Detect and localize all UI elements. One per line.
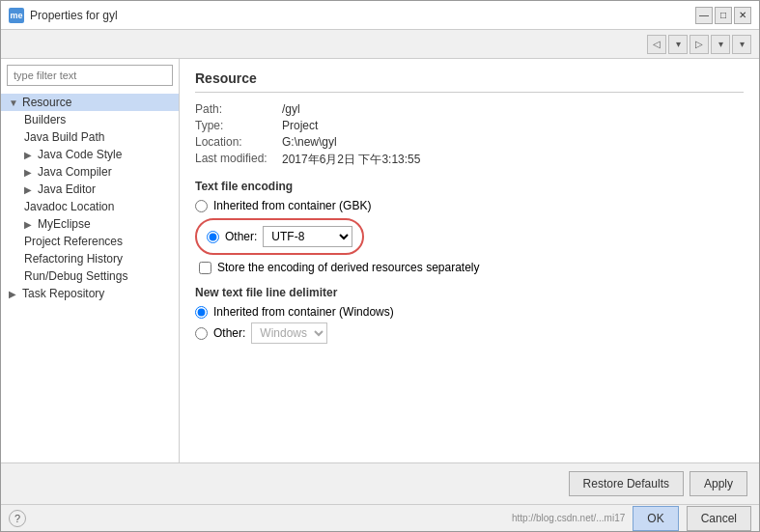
- window-controls: — □ ✕: [695, 7, 751, 24]
- sidebar-item-java-code-style[interactable]: ▶ Java Code Style: [1, 146, 179, 163]
- sidebar-item-label: Refactoring History: [24, 252, 123, 266]
- minimize-button[interactable]: —: [695, 7, 713, 24]
- line-delimiter-select[interactable]: Windows Unix Mac: [251, 322, 327, 344]
- sidebar-item-label: Java Build Path: [24, 130, 104, 144]
- store-encoding-checkbox[interactable]: [199, 262, 211, 274]
- sidebar-item-label: Resource: [22, 96, 71, 109]
- sidebar-item-resource[interactable]: ▼ Resource: [1, 94, 179, 111]
- help-button[interactable]: ?: [9, 510, 26, 527]
- location-row: Location: G:\new\gyl: [195, 135, 744, 149]
- location-value: G:\new\gyl: [282, 135, 337, 149]
- titlebar: me Properties for gyl — □ ✕: [1, 1, 759, 30]
- sidebar-item-label: Java Editor: [38, 182, 96, 196]
- path-row: Path: /gyl: [195, 102, 744, 116]
- bottom-bar-right: Restore Defaults Apply: [569, 471, 747, 496]
- type-row: Type: Project: [195, 119, 744, 132]
- sidebar-item-label: Java Code Style: [38, 148, 122, 161]
- sidebar-item-java-compiler[interactable]: ▶ Java Compiler: [1, 163, 179, 181]
- sidebar-item-javadoc-location[interactable]: Javadoc Location: [1, 198, 179, 215]
- main-content: ▼ Resource Builders Java Build Path ▶ Ja…: [1, 59, 759, 462]
- sidebar-item-label: Builders: [24, 113, 66, 126]
- expand-icon: ▶: [24, 219, 34, 230]
- sidebar: ▼ Resource Builders Java Build Path ▶ Ja…: [1, 59, 180, 462]
- sidebar-item-label: MyEclipse: [38, 217, 91, 231]
- path-value: /gyl: [282, 102, 300, 116]
- other-encoding-label: Other:: [225, 230, 257, 243]
- encoding-highlight: Other: UTF-8 GBK UTF-16 ISO-8859-1: [195, 218, 364, 255]
- close-button[interactable]: ✕: [734, 7, 751, 24]
- inherited-encoding-radio[interactable]: [195, 200, 208, 212]
- other-line-radio[interactable]: [195, 327, 208, 340]
- forward-dropdown[interactable]: ▾: [711, 35, 730, 54]
- modified-row: Last modified: 2017年6月2日 下午3:13:55: [195, 152, 744, 168]
- sidebar-item-label: Project References: [24, 235, 123, 248]
- expand-icon: ▶: [24, 167, 34, 178]
- sidebar-item-label: Run/Debug Settings: [24, 269, 127, 283]
- sidebar-item-task-repository[interactable]: ▶ Task Repository: [1, 285, 179, 302]
- modified-label: Last modified:: [195, 152, 282, 168]
- type-label: Type:: [195, 119, 282, 132]
- inherited-line-label: Inherited from container (Windows): [213, 305, 394, 319]
- sidebar-item-label: Java Compiler: [38, 165, 112, 179]
- encoding-section-title: Text file encoding: [195, 180, 744, 193]
- inherited-line-radio[interactable]: [195, 306, 208, 319]
- expand-icon: ▼: [9, 98, 18, 108]
- expand-icon: ▶: [24, 184, 34, 195]
- path-label: Path:: [195, 102, 282, 116]
- line-delimiter-section-title: New text file line delimiter: [195, 286, 744, 299]
- content-panel: Resource Path: /gyl Type: Project Locati…: [180, 59, 759, 462]
- cancel-button[interactable]: Cancel: [687, 506, 751, 531]
- filter-input[interactable]: [7, 65, 173, 86]
- inherited-encoding-row: Inherited from container (GBK): [195, 199, 744, 212]
- apply-button[interactable]: Apply: [690, 471, 747, 496]
- content-title: Resource: [195, 70, 744, 93]
- app-icon: me: [9, 8, 24, 23]
- store-encoding-label: Store the encoding of derived resources …: [217, 261, 480, 274]
- menu-dropdown[interactable]: ▾: [732, 35, 751, 54]
- toolbar: ◁ ▾ ▷ ▾ ▾: [1, 30, 759, 59]
- bottom-bar: Restore Defaults Apply: [1, 462, 759, 504]
- modified-value: 2017年6月2日 下午3:13:55: [282, 152, 420, 168]
- back-button[interactable]: ◁: [647, 35, 666, 54]
- forward-button[interactable]: ▷: [690, 35, 709, 54]
- sidebar-item-java-build-path[interactable]: Java Build Path: [1, 128, 179, 146]
- type-value: Project: [282, 119, 318, 132]
- toolbar-arrows: ◁ ▾ ▷ ▾ ▾: [647, 35, 751, 54]
- sidebar-item-label: Javadoc Location: [24, 200, 114, 213]
- tree: ▼ Resource Builders Java Build Path ▶ Ja…: [1, 92, 179, 462]
- sidebar-item-label: Task Repository: [22, 287, 104, 300]
- expand-icon: ▶: [9, 289, 18, 299]
- maximize-button[interactable]: □: [715, 7, 732, 24]
- sidebar-item-project-references[interactable]: Project References: [1, 233, 179, 250]
- sidebar-item-myeclipse[interactable]: ▶ MyEclipse: [1, 215, 179, 233]
- other-line-row: Other: Windows Unix Mac: [195, 322, 744, 344]
- status-url: http://blog.csdn.net/...mi17: [512, 513, 625, 523]
- window-title: Properties for gyl: [30, 9, 118, 22]
- main-window: me Properties for gyl — □ ✕ ◁ ▾ ▷ ▾ ▾ ▼: [0, 0, 760, 532]
- ok-button[interactable]: OK: [633, 506, 678, 531]
- location-label: Location:: [195, 135, 282, 149]
- inherited-encoding-label: Inherited from container (GBK): [213, 199, 371, 212]
- status-bar: ? http://blog.csdn.net/...mi17 OK Cancel: [1, 504, 759, 531]
- encoding-select[interactable]: UTF-8 GBK UTF-16 ISO-8859-1: [263, 226, 352, 247]
- sidebar-item-refactoring-history[interactable]: Refactoring History: [1, 250, 179, 267]
- restore-defaults-button[interactable]: Restore Defaults: [569, 471, 684, 496]
- sidebar-item-run-debug-settings[interactable]: Run/Debug Settings: [1, 267, 179, 285]
- titlebar-left: me Properties for gyl: [9, 8, 118, 23]
- store-encoding-row: Store the encoding of derived resources …: [199, 261, 744, 274]
- inherited-line-row: Inherited from container (Windows): [195, 305, 744, 319]
- sidebar-item-java-editor[interactable]: ▶ Java Editor: [1, 181, 179, 198]
- expand-icon: ▶: [24, 150, 34, 160]
- other-encoding-radio[interactable]: [207, 231, 219, 243]
- back-dropdown[interactable]: ▾: [668, 35, 688, 54]
- sidebar-item-builders[interactable]: Builders: [1, 111, 179, 128]
- other-line-label: Other:: [213, 326, 245, 340]
